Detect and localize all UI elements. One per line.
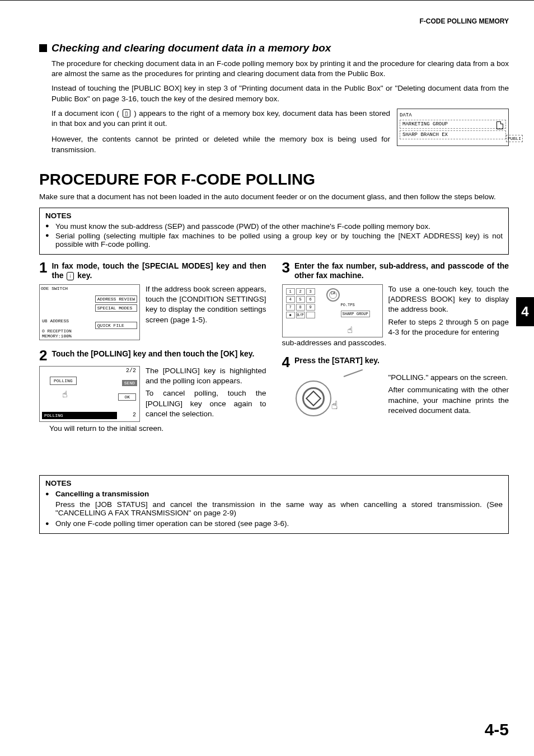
step1-number: 1: [39, 260, 47, 275]
notes1-title: NOTES: [45, 212, 503, 220]
panel-row-1: MARKETING GROUP: [400, 120, 506, 129]
step3-number: 3: [282, 260, 290, 275]
step-2: 2 Touch the [POLLING] key and then touch…: [39, 349, 266, 433]
down-arrow-icon: ↓: [67, 272, 74, 280]
panel-row-2: SHARP BRANCH EX: [400, 130, 506, 139]
notes2-item1-title: Cancelling a transmission: [45, 490, 503, 498]
special-modes-button[interactable]: SPECIAL MODES: [95, 304, 137, 312]
sharp-group-button[interactable]: SHARP GROUP: [341, 311, 370, 317]
step4-panel: ☝: [282, 373, 383, 429]
document-icon: [496, 121, 503, 129]
page-header: F-CODE POLLING MEMORY: [39, 17, 509, 25]
panel1-memory: MEMORY:100%: [42, 334, 72, 339]
step2-number: 2: [39, 348, 47, 363]
start-button[interactable]: [296, 381, 331, 416]
page-number: 4-5: [485, 720, 509, 739]
step2-title: Touch the [POLLING] key and then touch t…: [51, 349, 266, 359]
step1-body: If the address book screen appears, touc…: [146, 284, 266, 340]
notes2-item1-body: Press the [JOB STATUS] and cancel the tr…: [45, 500, 503, 517]
step3-body2-b: sub-addresses and passcodes.: [282, 339, 509, 347]
section1-para1: The procedure for checking document data…: [51, 59, 509, 79]
step4-number: 4: [282, 355, 290, 369]
section1-heading: Checking and clearing document data in a…: [39, 42, 509, 54]
section2-heading: PROCEDURE FOR F-CODE POLLING: [39, 171, 509, 189]
panel1-switch-label: ODE SWITCH: [41, 286, 68, 291]
polling-status-bar: POLLING: [42, 412, 117, 419]
document-inline-icon: ▯: [123, 109, 130, 118]
notes2-title: NOTES: [45, 479, 503, 487]
quick-file-button[interactable]: QUICK FILE: [95, 322, 137, 329]
step2-body2: To cancel polling, touch the [POLLING] k…: [146, 388, 266, 419]
notes1-item2: Serial polling (selecting multiple fax m…: [45, 232, 503, 248]
bullet-square-icon: [39, 44, 47, 52]
step3-panel: 123 456 789 ✱0/P CA PO.TPS SHARP GROUP ☝: [282, 284, 383, 337]
panel1-reception: O RECEPTION: [42, 328, 72, 334]
step2-panel: POLLING ☝ SEND OK 2/2 2 POLLING: [39, 366, 140, 422]
section1-para2: Instead of touching the [PUBLIC BOX] key…: [51, 83, 509, 104]
clear-all-button[interactable]: CA: [326, 288, 340, 302]
chapter-tab: 4: [516, 297, 534, 326]
step3-title: Enter the fax number, sub-address, and p…: [294, 261, 509, 281]
notes-box-1: NOTES You must know the sub-address (SEP…: [39, 208, 509, 255]
step3-body2-a: Refer to steps 2 through 5 on page 4-3 f…: [388, 317, 509, 337]
start-diamond-icon: [305, 391, 321, 406]
step2-body1: The [POLLING] key is highlighted and the…: [146, 366, 266, 386]
hand-icon: ☝: [348, 325, 353, 336]
memory-box-panel: DATA MARKETING GROUP SHARP BRANCH EX PUB…: [397, 109, 509, 146]
notes1-item1: You must know the sub-address (SEP) and …: [45, 222, 503, 231]
step4-body2: After communicating with the other machi…: [388, 385, 509, 416]
step1-panel: ODE SWITCH ADDRESS REVIEW SPECIAL MODES …: [39, 284, 140, 340]
step-1: 1 In fax mode, touch the [SPECIAL MODES]…: [39, 261, 266, 340]
step2-after: You will return to the initial screen.: [49, 424, 266, 433]
panel-public-label: PUBLI: [506, 135, 523, 142]
step3-body1: To use a one-touch key, touch the [ADDRE…: [388, 284, 509, 315]
step4-body1: "POLLING." appears on the screen.: [388, 373, 509, 383]
polling-button[interactable]: POLLING: [50, 377, 77, 385]
panel2-page-count: 2/2: [126, 368, 136, 374]
ok-button[interactable]: OK: [118, 393, 136, 401]
panel3-tps: PO.TPS: [341, 303, 355, 307]
step4-title: Press the [START] key.: [294, 356, 509, 366]
hand-icon: ☝: [62, 389, 68, 400]
step1-title: In fax mode, touch the [SPECIAL MODES] k…: [51, 261, 266, 281]
step-3: 3 Enter the fax number, sub-address, and…: [282, 261, 509, 347]
hand-icon: ☝: [331, 398, 338, 412]
address-review-button[interactable]: ADDRESS REVIEW: [95, 295, 137, 303]
send-button[interactable]: SEND: [122, 380, 137, 386]
panel2-scroll-num: 2: [133, 412, 136, 418]
pen-icon: [343, 369, 363, 377]
numeric-keypad[interactable]: 123 456 789 ✱0/P: [286, 288, 315, 320]
notes2-item2: Only one F-code polling timer operation …: [45, 519, 503, 528]
panel1-sub-address: UB ADDRESS: [42, 318, 69, 323]
notes-box-2: NOTES Cancelling a transmission Press th…: [39, 475, 509, 534]
section2-intro: Make sure that a document has not been l…: [39, 192, 509, 202]
panel-title: DATA: [400, 112, 506, 118]
step-4: 4 Press the [START] key. ☝ "POLLING." ap…: [282, 356, 509, 429]
